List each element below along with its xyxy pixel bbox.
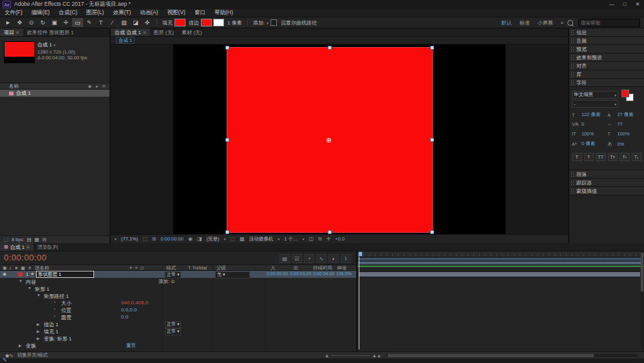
duration-column-header[interactable]: 持续时间 [313, 265, 332, 271]
faux-style-button-1[interactable]: T [584, 153, 594, 161]
menu-item-3[interactable]: 图层(L) [82, 9, 108, 17]
property-value[interactable]: 0.0 [121, 314, 128, 320]
tab-footage[interactable]: 素材 (无) [178, 28, 206, 36]
dock-panel-5[interactable]: 库 [569, 70, 644, 79]
selection-handle[interactable] [225, 138, 229, 142]
workspace-2[interactable]: 小屏幕 [538, 19, 553, 26]
pixel-aspect-icon[interactable]: ◫ [308, 236, 314, 242]
project-list-item[interactable]: 合成 1 [0, 90, 109, 97]
shape-layer-rectangle[interactable]: ⊕ [227, 47, 433, 233]
close-button[interactable]: ✕ [631, 0, 644, 9]
out-column-header[interactable]: 出 [294, 265, 299, 271]
menu-item-2[interactable]: 合成(C) [54, 9, 82, 17]
add-button[interactable]: 添加: ⊙ [158, 279, 175, 285]
show-channel-icon[interactable]: ◨ [197, 236, 202, 242]
dock-panel-2[interactable]: 预览 [569, 45, 644, 54]
video-column-icon[interactable]: ◉ [3, 265, 7, 271]
help-search-input[interactable] [578, 19, 640, 27]
new-composition-icon[interactable]: ▦ [35, 237, 39, 242]
time-ruler[interactable] [357, 251, 644, 257]
project-bit-depth[interactable]: 8 bpc [12, 237, 23, 242]
dock-panel-3[interactable]: 效果和预设 [569, 54, 644, 62]
timeline-divider[interactable] [356, 251, 357, 351]
panel-menu-icon[interactable]: ≡ [16, 30, 19, 35]
collapse-arrow-icon[interactable]: ▼ [28, 286, 32, 290]
hand-tool[interactable]: ✥ [14, 18, 25, 27]
rotation-tool[interactable]: ↻ [37, 18, 48, 27]
faux-style-button-5[interactable]: T₁ [632, 153, 642, 161]
pen-tool[interactable]: ✎ [84, 18, 95, 27]
tab-composition[interactable]: 合成 合成 1≡ [111, 28, 150, 36]
group-name[interactable]: 变换 [26, 342, 36, 349]
composition-canvas[interactable]: ⊕ [173, 44, 506, 234]
breadcrumb[interactable]: 合成 1 [116, 37, 135, 44]
stroke-none-swatch[interactable] [213, 19, 224, 26]
minimize-button[interactable]: — [605, 0, 618, 9]
menu-item-7[interactable]: 窗口 [190, 9, 210, 17]
selection-tool[interactable]: ► [3, 18, 14, 27]
graph-editor-icon[interactable]: ⌇ [341, 254, 351, 263]
menu-item-6[interactable]: 视图(V) [163, 9, 190, 17]
timeline-horizontal-scrollbar[interactable] [386, 354, 638, 357]
zoom-tool[interactable]: ⊙ [26, 18, 37, 27]
expand-arrow-icon[interactable]: ▶ [37, 336, 40, 340]
frame-blending-icon[interactable]: ∿ [316, 254, 327, 263]
exposure-value[interactable]: +0.0 [335, 236, 345, 242]
menu-item-5[interactable]: 动画(A) [135, 9, 162, 17]
menu-item-4[interactable]: 效果(T) [108, 9, 135, 17]
zoom-out-mountain-icon[interactable]: ▲ [325, 353, 329, 358]
current-time-display[interactable]: 0:00:00:00 [4, 253, 46, 262]
camera-tool[interactable]: ▣ [49, 18, 60, 27]
dock-panel-4[interactable]: 对齐 [569, 62, 644, 70]
layer-duration-bar[interactable] [359, 271, 641, 277]
layer-row[interactable]: ◉ 1 ★ 正常 ▾ 无 ▾ 0:00:00:00 0:00:03:29 0:0… [0, 271, 356, 278]
fill-label[interactable]: 填充 [162, 19, 173, 26]
solo-column-icon[interactable]: ● [15, 265, 18, 271]
puppet-pin-tool[interactable]: ✜ [142, 18, 153, 27]
faux-style-button-2[interactable]: TT [596, 153, 606, 161]
font-family-select[interactable]: 华文细黑▾ [572, 91, 618, 99]
composition-thumbnail[interactable] [4, 41, 35, 63]
tab-effect-controls[interactable]: 效果控件 形状图层 1 [23, 28, 78, 36]
dock-panel-0[interactable]: 信息 [569, 28, 644, 37]
menu-item-0[interactable]: 文件(F) [0, 9, 27, 17]
collapse-arrow-icon[interactable]: ▼ [37, 293, 41, 297]
stretch-column-header[interactable]: 伸缩 [337, 265, 346, 271]
eye-icon[interactable]: ◉ [3, 271, 6, 277]
pan-behind-tool[interactable]: ✛ [61, 18, 71, 27]
dock-panel-bottom-0[interactable]: 段落 [569, 170, 644, 179]
character-value[interactable]: 77 [617, 121, 641, 127]
frame-blend-toggle-icon[interactable]: ∿ [10, 353, 14, 358]
stroke-width-value[interactable]: 1 像素 [227, 19, 242, 26]
expand-arrow-icon[interactable]: ▶ [37, 322, 40, 326]
tab-timeline-comp[interactable]: ▦ 合成 1 ≡ [0, 243, 33, 251]
source-name-column-header[interactable]: 源名称 [35, 265, 50, 271]
faux-style-button-0[interactable]: T [572, 153, 582, 161]
character-value[interactable]: 0 像素 [582, 141, 606, 147]
collapse-arrow-icon[interactable]: ▼ [19, 279, 23, 283]
bezier-path-checkbox[interactable] [270, 19, 277, 26]
region-of-interest-icon[interactable]: ⬚ [231, 236, 236, 242]
draft-3d-icon[interactable]: ☷ [292, 254, 302, 263]
timeline-zoom-slider[interactable] [331, 355, 370, 356]
selection-handle[interactable] [430, 46, 434, 50]
rectangle-tool[interactable]: ▭ [72, 18, 83, 27]
mode-column-header[interactable]: 模式 [166, 265, 176, 271]
snapshot-icon[interactable]: ◉ [188, 236, 193, 242]
workspace-1[interactable]: 标准 [520, 19, 530, 26]
property-value[interactable]: 0.0,0.0 [121, 307, 137, 313]
timeline-button-icon[interactable]: ✛ [327, 236, 331, 242]
maximize-button[interactable]: □ [618, 0, 631, 9]
resolution-select[interactable]: (完整) [207, 236, 220, 242]
stopwatch-icon[interactable]: ◔ [53, 307, 55, 311]
panel-menu-icon[interactable]: ≡ [26, 244, 30, 250]
composition-name[interactable]: 合成 1 ▾ [37, 41, 55, 48]
character-value[interactable]: 0% [617, 141, 641, 147]
safe-guides-icon[interactable]: ⬚ [142, 236, 147, 242]
character-value[interactable]: 122 像素 [582, 112, 606, 118]
fast-previews-icon[interactable]: ⧉ [318, 236, 322, 242]
character-value[interactable]: 0 [582, 121, 606, 127]
hide-shy-layers-icon[interactable]: ◔ [304, 254, 314, 263]
dock-panel-bottom-1[interactable]: 跟踪器 [569, 179, 644, 187]
fill-color-swatch[interactable] [621, 90, 629, 97]
